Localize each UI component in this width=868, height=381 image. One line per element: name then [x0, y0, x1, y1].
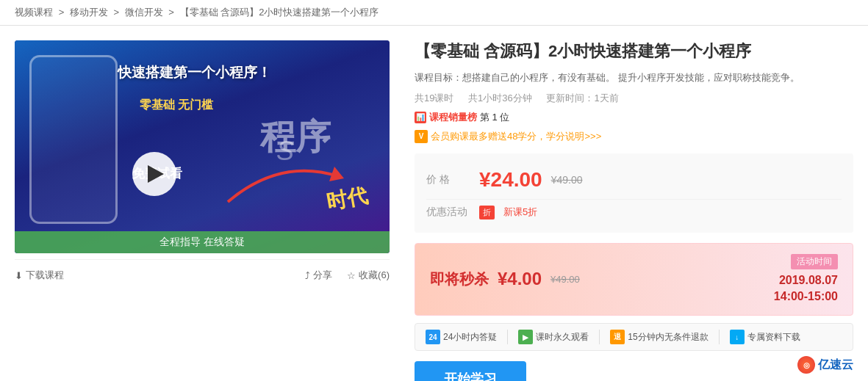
flash-sale-original: ¥49.00: [550, 274, 580, 285]
share-icon: ⤴: [305, 270, 310, 281]
flash-sale-bar: 即将秒杀 ¥4.00 ¥49.00 活动时间 2019.08.0714:00-1…: [415, 243, 853, 316]
current-price: ¥24.00: [479, 168, 542, 192]
course-desc: 课程目标：想搭建自己的小程序，有没有基础。 提升小程序开发技能，应对职称技能竞争…: [415, 70, 853, 86]
thumb-main-text: 快速搭建第一个小程序！: [118, 62, 271, 84]
feature-24-icon: 24: [426, 330, 440, 344]
breadcrumb: 视频课程 > 移动开发 > 微信开发 > 【零基础 含源码】2小时快速搭建第一个…: [0, 0, 868, 26]
flash-sale-price: ¥4.00: [498, 269, 542, 289]
feature-support-text: 24小时内答疑: [443, 331, 497, 344]
sep1: >: [59, 7, 67, 18]
logo-area: ◎ 亿速云: [797, 356, 853, 374]
phone-decor: [29, 55, 118, 224]
logo-text: 亿速云: [818, 358, 853, 373]
breadcrumb-wechat[interactable]: 微信开发: [125, 7, 163, 18]
meta-lessons: 共19课时: [415, 92, 453, 104]
price-label: 价 格: [426, 173, 470, 186]
free-trial-btn[interactable]: 免费试看: [132, 165, 182, 182]
collect-label: 收藏(6): [359, 269, 390, 282]
start-learning-button[interactable]: 开始学习: [415, 361, 526, 381]
meta-updated: 更新时间：1天前: [546, 92, 618, 104]
feature-refund: 退 15分钟内无条件退款: [600, 330, 719, 344]
discount-row: 优惠活动 折 新课5折: [426, 199, 842, 225]
collect-action[interactable]: ☆ 收藏(6): [347, 269, 390, 282]
red-arrow: [220, 150, 353, 209]
feature-download: ↓ 专属资料下载: [720, 330, 811, 344]
vip-link[interactable]: 会员购课最多赠送48学分，学分说明>>>: [431, 130, 601, 143]
breadcrumb-current[interactable]: 【零基础 含源码】2小时快速搭建第一个小程序: [180, 7, 379, 18]
breadcrumb-mobile[interactable]: 移动开发: [70, 7, 108, 18]
flash-sale-time: 2019.08.0714:00-15:00: [774, 272, 838, 305]
vip-icon: V: [415, 130, 428, 143]
download-icon: ⬇: [15, 270, 23, 281]
feature-download-icon: ↓: [730, 330, 745, 344]
discount-text: 新课5折: [503, 206, 537, 219]
download-label: 下载课程: [26, 269, 64, 282]
flash-sale-right: 活动时间 2019.08.0714:00-15:00: [774, 254, 838, 305]
vip-row: V 会员购课最多赠送48学分，学分说明>>>: [415, 130, 853, 143]
feature-refund-icon: 退: [610, 330, 625, 344]
sales-rank-icon: 📊: [415, 112, 426, 123]
breadcrumb-videos[interactable]: 视频课程: [15, 7, 53, 18]
share-action[interactable]: ⤴ 分享: [305, 269, 332, 282]
main-container: 快速搭建第一个小程序！ 零基础 无门槛 程序 时代 S 免费试看 全程指导 在线…: [0, 26, 868, 381]
sep2: >: [113, 7, 121, 18]
right-panel: 【零基础 含源码】2小时快速搭建第一个小程序 课程目标：想搭建自己的小程序，有没…: [407, 40, 853, 381]
course-meta: 共19课时 共1小时36分钟 更新时间：1天前: [415, 92, 853, 105]
feature-download-text: 专属资料下载: [747, 331, 800, 344]
meta-duration: 共1小时36分钟: [468, 92, 532, 104]
flash-sale-time-label: 活动时间: [791, 254, 838, 269]
flash-sale-title: 即将秒杀: [430, 269, 489, 289]
bottom-banner: 全程指导 在线答疑: [15, 231, 390, 253]
features-bar: 24 24小时内答疑 ▶ 课时永久观看 退 15分钟内无条件退款 ↓ 专属资料下…: [415, 323, 853, 351]
left-panel: 快速搭建第一个小程序！ 零基础 无门槛 程序 时代 S 免费试看 全程指导 在线…: [15, 40, 390, 381]
discount-label: 优惠活动: [426, 206, 470, 219]
original-price: ¥49.00: [551, 174, 583, 186]
video-thumbnail[interactable]: 快速搭建第一个小程序！ 零基础 无门槛 程序 时代 S 免费试看 全程指导 在线…: [15, 40, 390, 253]
share-label: 分享: [313, 269, 332, 282]
bottom-actions: ⬇ 下载课程 ⤴ 分享 ☆ 收藏(6): [15, 259, 390, 291]
star-icon: ☆: [347, 270, 356, 281]
play-button[interactable]: [132, 152, 176, 196]
download-action[interactable]: ⬇ 下载课程: [15, 269, 64, 282]
sales-rank-row: 📊 课程销量榜 第 1 位: [415, 111, 853, 124]
feature-support: 24 24小时内答疑: [415, 330, 508, 344]
discount-badge: 折: [479, 206, 495, 219]
feature-watch: ▶ 课时永久观看: [508, 330, 600, 344]
thumb-sub-text: 零基础 无门槛: [140, 98, 213, 113]
sales-rank-pos: 第 1 位: [480, 111, 509, 124]
feature-watch-text: 课时永久观看: [536, 331, 589, 344]
sales-rank-link[interactable]: 课程销量榜: [429, 111, 477, 124]
sep3: >: [168, 7, 176, 18]
feature-refund-text: 15分钟内无条件退款: [628, 331, 708, 344]
feature-play-icon: ▶: [518, 330, 533, 344]
logo-icon: ◎: [797, 356, 815, 374]
course-title: 【零基础 含源码】2小时快速搭建第一个小程序: [415, 40, 853, 63]
price-row: 价 格 ¥24.00 ¥49.00: [426, 161, 842, 199]
flash-sale-left: 即将秒杀 ¥4.00 ¥49.00: [430, 269, 774, 289]
